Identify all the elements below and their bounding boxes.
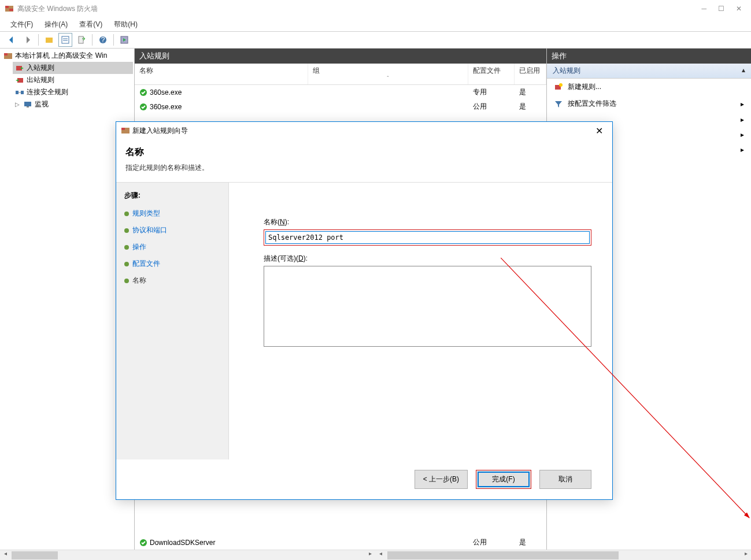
dialog-heading: 名称: [125, 146, 603, 158]
tree-item-label: 监视: [35, 99, 49, 109]
maximize-button[interactable]: ☐: [718, 5, 724, 13]
rule-name: DownloadSDKServer: [150, 539, 215, 547]
rule-profile: 专用: [468, 86, 515, 98]
scroll-left-icon[interactable]: ◂: [376, 550, 386, 560]
svg-rect-3: [46, 38, 53, 43]
svg-rect-26: [121, 128, 125, 130]
filter-icon: [554, 99, 563, 109]
new-rule-icon: [554, 83, 563, 92]
rule-description-input[interactable]: [264, 266, 591, 347]
rule-enabled: 是: [515, 536, 546, 548]
step-name[interactable]: 名称: [116, 272, 228, 289]
toolbar: ?: [0, 31, 751, 49]
dialog-title: 新建入站规则向导: [130, 126, 591, 136]
actions-section-header[interactable]: 入站规则 ▴: [547, 64, 751, 79]
toolbar-separator: [113, 34, 114, 46]
menu-bar: 文件(F) 操作(A) 查看(V) 帮助(H): [0, 17, 751, 31]
back-button[interactable]: [5, 33, 19, 47]
name-input-highlight: [264, 229, 591, 246]
menu-help[interactable]: 帮助(H): [108, 18, 143, 31]
svg-rect-12: [4, 53, 8, 55]
bullet-icon: [124, 262, 129, 266]
monitor-icon: [23, 100, 32, 109]
step-profile[interactable]: 配置文件: [116, 255, 228, 272]
dialog-close-button[interactable]: ✕: [591, 125, 608, 136]
step-protocol-port[interactable]: 协议和端口: [116, 222, 228, 239]
window-title: 高级安全 Windows 防火墙: [17, 4, 701, 14]
tree-item-monitoring[interactable]: ▷ 监视: [13, 98, 133, 110]
svg-rect-7: [79, 36, 83, 43]
rule-name-input[interactable]: [265, 231, 590, 244]
scroll-right-icon[interactable]: ▸: [365, 550, 376, 560]
tree-item-connection-security[interactable]: 连接安全规则: [13, 86, 133, 98]
list-button[interactable]: [58, 33, 72, 47]
table-header: 名称 组ˆ 配置文件 已启用: [135, 64, 546, 85]
step-rule-type[interactable]: 规则类型: [116, 205, 228, 222]
dialog-titlebar: 新建入站规则向导 ✕: [116, 122, 612, 139]
bullet-icon: [124, 245, 129, 250]
help-button[interactable]: ?: [96, 33, 110, 47]
column-enabled[interactable]: 已启用: [515, 64, 546, 84]
bullet-icon: [124, 212, 129, 216]
table-row[interactable]: 360se.exe 公用 是: [135, 99, 546, 114]
outbound-icon: [15, 76, 24, 85]
toolbar-separator: [38, 34, 39, 46]
step-action[interactable]: 操作: [116, 239, 228, 255]
back-button[interactable]: < 上一步(B): [415, 470, 468, 489]
wizard-steps-sidebar: 步骤: 规则类型 协议和端口 操作 配置文件 名称: [116, 183, 229, 459]
column-profile[interactable]: 配置文件: [468, 64, 515, 84]
minimize-button[interactable]: ─: [701, 5, 706, 13]
table-row[interactable]: 360se.exe 专用 是: [135, 85, 546, 99]
description-field-label: 描述(可选)(D):: [264, 254, 591, 264]
sort-indicator-icon: ˆ: [313, 76, 463, 82]
folder-button[interactable]: [42, 33, 56, 47]
close-button[interactable]: ✕: [736, 5, 742, 13]
menu-file[interactable]: 文件(F): [5, 18, 39, 31]
firewall-icon: [3, 51, 13, 61]
allowed-icon: [139, 539, 147, 547]
finish-button-highlight: 完成(F): [476, 470, 531, 489]
navigation-tree-pane: 本地计算机 上的高级安全 Win 入站规则 出站规则 连接安全规则 ▷: [0, 49, 135, 550]
bullet-icon: [124, 228, 129, 233]
submenu-arrow-icon: ▸: [741, 131, 744, 139]
action-label: 按配置文件筛选: [568, 99, 616, 109]
play-button[interactable]: [117, 33, 131, 47]
tree-root[interactable]: 本地计算机 上的高级安全 Win: [1, 50, 133, 62]
tree-item-inbound[interactable]: 入站规则: [13, 62, 133, 74]
firewall-icon: [5, 4, 14, 13]
svg-rect-19: [27, 106, 29, 107]
menu-action[interactable]: 操作(A): [39, 18, 73, 31]
scroll-right-icon[interactable]: ▸: [741, 550, 751, 560]
action-new-rule[interactable]: 新建规则...: [547, 79, 751, 95]
horizontal-scrollbar[interactable]: ◂ ▸ ◂ ▸: [0, 550, 751, 560]
bullet-icon: [124, 279, 129, 283]
scroll-left-icon[interactable]: ◂: [0, 550, 10, 560]
tree-item-outbound[interactable]: 出站规则: [13, 74, 133, 86]
tree-item-label: 连接安全规则: [27, 87, 68, 97]
connection-icon: [15, 88, 24, 97]
table-row[interactable]: DownloadSDKServer 公用 是: [135, 535, 546, 550]
center-header: 入站规则: [135, 49, 546, 64]
collapse-icon[interactable]: ▴: [742, 66, 745, 76]
export-button[interactable]: [75, 33, 88, 47]
expand-icon[interactable]: ▷: [15, 101, 21, 107]
cancel-button[interactable]: 取消: [539, 470, 591, 489]
finish-button[interactable]: 完成(F): [478, 472, 530, 487]
rule-enabled: 是: [515, 86, 546, 98]
action-label: 新建规则...: [568, 82, 601, 92]
column-group[interactable]: 组ˆ: [308, 64, 468, 84]
name-field-label: 名称(N):: [264, 217, 591, 227]
steps-title: 步骤:: [116, 188, 228, 205]
allowed-icon: [139, 103, 147, 111]
svg-rect-15: [16, 91, 19, 94]
rule-name: 360se.exe: [150, 103, 182, 111]
submenu-arrow-icon: ▸: [741, 100, 744, 108]
menu-view[interactable]: 查看(V): [73, 18, 108, 31]
svg-rect-18: [24, 102, 31, 106]
action-filter-profile[interactable]: 按配置文件筛选 ▸: [547, 95, 751, 112]
rule-profile: 公用: [468, 101, 515, 113]
rule-profile: 公用: [468, 536, 515, 548]
column-name[interactable]: 名称: [135, 64, 308, 84]
rule-name: 360se.exe: [150, 88, 182, 97]
forward-button[interactable]: [21, 33, 35, 47]
